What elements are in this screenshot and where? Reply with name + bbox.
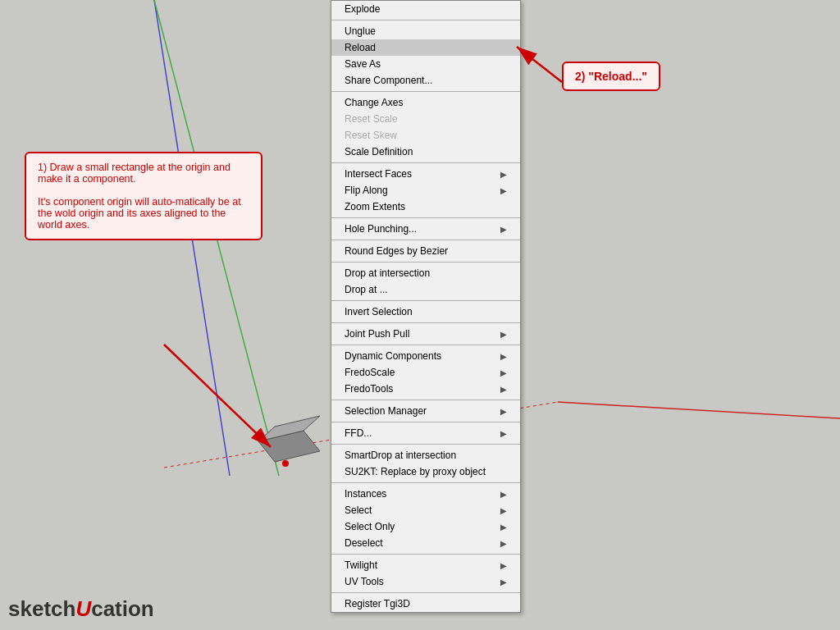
menu-item[interactable]: UV Tools▶ — [331, 573, 520, 590]
menu-item[interactable]: Change Axes — [331, 94, 520, 111]
menu-item-label: Drop at intersection — [345, 267, 430, 279]
submenu-arrow-icon: ▶ — [500, 186, 507, 195]
menu-separator — [331, 300, 520, 301]
menu-item[interactable]: Drop at ... — [331, 281, 520, 298]
menu-item-label: UV Tools — [345, 576, 384, 587]
menu-item-label: Select — [345, 504, 372, 516]
logo: sketchUcation — [8, 596, 154, 622]
submenu-arrow-icon: ▶ — [500, 170, 507, 179]
menu-item-label: Flip Along — [345, 185, 388, 196]
menu-item[interactable]: Dynamic Components▶ — [331, 348, 520, 364]
menu-item[interactable]: Twilight▶ — [331, 557, 520, 573]
menu-item-label: FredoTools — [345, 383, 393, 395]
instruction-box: 1) Draw a small rectangle at the origin … — [25, 152, 262, 240]
submenu-arrow-icon: ▶ — [500, 407, 507, 416]
menu-item-label: Drop at ... — [345, 284, 388, 295]
submenu-arrow-icon: ▶ — [500, 506, 507, 515]
logo-suffix: cation — [91, 596, 154, 621]
menu-item[interactable]: Intersect Faces▶ — [331, 166, 520, 182]
menu-item-label: Share Component... — [345, 75, 432, 86]
menu-item-label: Zoom Extents — [345, 201, 405, 212]
menu-separator — [331, 217, 520, 218]
menu-item-label: Reload — [345, 42, 376, 53]
menu-item[interactable]: Select▶ — [331, 502, 520, 518]
menu-item[interactable]: Flip Along▶ — [331, 182, 520, 199]
menu-item[interactable]: Explode — [331, 1, 520, 17]
menu-item-label: Unglue — [345, 25, 376, 37]
submenu-arrow-icon: ▶ — [500, 523, 507, 532]
submenu-arrow-icon: ▶ — [500, 429, 507, 438]
menu-separator — [331, 554, 520, 555]
menu-item[interactable]: Hole Punching...▶ — [331, 221, 520, 237]
tooltip-box: 2) "Reload..." — [562, 62, 660, 91]
submenu-arrow-icon: ▶ — [500, 352, 507, 361]
menu-item[interactable]: Deselect▶ — [331, 535, 520, 551]
menu-item-label: Explode — [345, 3, 380, 15]
menu-item[interactable]: Invert Selection — [331, 304, 520, 320]
submenu-arrow-icon: ▶ — [500, 225, 507, 234]
menu-item-label: SmartDrop at intersection — [345, 450, 456, 461]
menu-item[interactable]: Instances▶ — [331, 486, 520, 502]
menu-item-label: Register Tgi3D — [345, 598, 410, 609]
logo-prefix: sketch — [8, 596, 75, 621]
menu-separator — [331, 20, 520, 21]
menu-separator — [331, 322, 520, 323]
menu-item: Reset Skew — [331, 127, 520, 144]
submenu-arrow-icon: ▶ — [500, 368, 507, 377]
svg-point-6 — [282, 460, 289, 467]
menu-item-label: Reset Skew — [345, 130, 397, 141]
menu-item-label: Round Edges by Bezier — [345, 245, 448, 257]
menu-item-label: Dynamic Components — [345, 350, 441, 362]
submenu-arrow-icon: ▶ — [500, 539, 507, 548]
menu-separator — [331, 592, 520, 593]
menu-item-label: Scale Definition — [345, 146, 413, 158]
menu-item[interactable]: Selection Manager▶ — [331, 403, 520, 419]
menu-item[interactable]: FFD...▶ — [331, 425, 520, 441]
submenu-arrow-icon: ▶ — [500, 561, 507, 570]
menu-item-label: SU2KT: Replace by proxy object — [345, 466, 486, 477]
menu-item-label: Hole Punching... — [345, 223, 417, 235]
menu-item[interactable]: Scale Definition — [331, 144, 520, 160]
menu-separator — [331, 422, 520, 422]
menu-item-label: Select Only — [345, 521, 395, 532]
menu-item[interactable]: Joint Push Pull▶ — [331, 326, 520, 342]
menu-item-label: Deselect — [345, 537, 383, 549]
menu-item[interactable]: Unglue — [331, 23, 520, 39]
menu-item[interactable]: Round Edges by Bezier — [331, 243, 520, 259]
menu-separator — [331, 240, 520, 240]
context-menu: ExplodeUnglueReloadSave AsShare Componen… — [331, 0, 521, 613]
menu-item[interactable]: FredoScale▶ — [331, 364, 520, 381]
tooltip-label: 2) "Reload..." — [575, 70, 647, 83]
menu-separator — [331, 162, 520, 163]
menu-item: Reset Scale — [331, 111, 520, 127]
submenu-arrow-icon: ▶ — [500, 330, 507, 339]
menu-item[interactable]: FredoTools▶ — [331, 381, 520, 397]
submenu-arrow-icon: ▶ — [500, 578, 507, 587]
logo-U: U — [75, 596, 91, 621]
instruction-line2: It's component origin will auto-maticall… — [38, 196, 249, 231]
menu-item[interactable]: Share Component... — [331, 72, 520, 89]
menu-item-label: Invert Selection — [345, 306, 413, 317]
instruction-line1: 1) Draw a small rectangle at the origin … — [38, 162, 249, 185]
menu-item[interactable]: Zoom Extents — [331, 199, 520, 215]
menu-separator — [331, 482, 520, 483]
menu-item-label: FFD... — [345, 427, 372, 439]
menu-item-label: Save As — [345, 58, 381, 70]
menu-separator — [331, 444, 520, 445]
menu-item[interactable]: SU2KT: Replace by proxy object — [331, 463, 520, 480]
svg-line-2 — [558, 402, 840, 418]
menu-item[interactable]: Register Tgi3D — [331, 596, 520, 612]
menu-item-label: Change Axes — [345, 97, 403, 108]
menu-item[interactable]: Drop at intersection — [331, 265, 520, 281]
menu-item[interactable]: SmartDrop at intersection — [331, 447, 520, 463]
menu-item-label: Reset Scale — [345, 113, 398, 125]
menu-item-label: Selection Manager — [345, 405, 427, 417]
menu-item[interactable]: Reload — [331, 39, 520, 56]
menu-separator — [331, 345, 520, 345]
menu-separator — [331, 399, 520, 400]
menu-separator — [331, 91, 520, 92]
menu-item[interactable]: Select Only▶ — [331, 518, 520, 535]
submenu-arrow-icon: ▶ — [500, 490, 507, 499]
menu-item[interactable]: Save As — [331, 56, 520, 72]
menu-item-label: Joint Push Pull — [345, 328, 409, 340]
